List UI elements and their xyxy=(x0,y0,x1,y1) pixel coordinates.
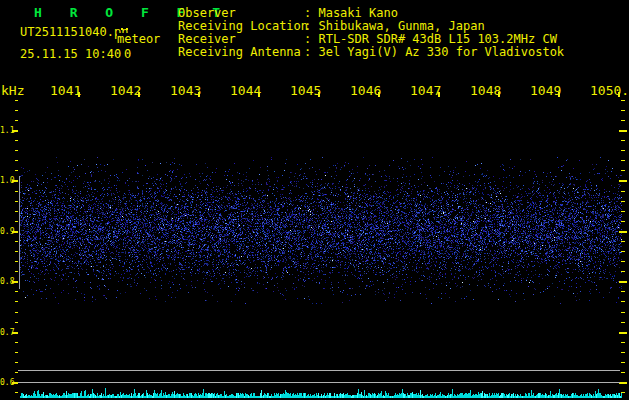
freq-tick-left xyxy=(15,301,18,302)
freq-tick-right xyxy=(621,140,625,141)
x-tick-label-1044: 1044 xyxy=(230,84,261,97)
x-tick-mark xyxy=(198,92,200,97)
echo-count: 0 xyxy=(124,48,131,61)
freq-tick-right xyxy=(621,342,625,343)
x-tick-mark xyxy=(558,92,560,97)
freq-tick-left xyxy=(12,231,18,233)
x-tick-mark xyxy=(78,92,80,97)
x-tick-label-1048: 1048 xyxy=(470,84,501,97)
freq-tick-right xyxy=(621,312,625,313)
info-value: : RTL-SDR SDR# 43dB L15 103.2MHz CW xyxy=(304,32,557,46)
x-tick-label-1041: 1041 xyxy=(50,84,81,97)
freq-tick-left xyxy=(15,322,18,323)
freq-tick-right xyxy=(621,211,625,212)
freq-tick-left xyxy=(15,251,18,252)
freq-tick-right xyxy=(621,170,625,171)
freq-tick-left xyxy=(15,342,18,343)
freq-tick-left xyxy=(15,160,18,161)
freq-tick-right xyxy=(621,201,625,202)
freq-tick-left xyxy=(15,100,18,101)
spectrum-left-edge-line xyxy=(19,176,20,289)
freq-tick-right xyxy=(621,352,625,353)
info-value: : Shibukawa, Gunma, Japan xyxy=(304,19,485,33)
freq-tick-right xyxy=(621,362,625,363)
x-tick-mark xyxy=(318,92,320,97)
freq-tick-right xyxy=(621,191,625,192)
freq-tick-right xyxy=(621,110,625,111)
freq-tick-left xyxy=(15,271,18,272)
x-tick-label-1050.: 1050. xyxy=(590,84,629,97)
freq-tick-left xyxy=(15,140,18,141)
freq-tick-right xyxy=(621,160,625,161)
freq-tick-left xyxy=(15,261,18,262)
freq-tick-left xyxy=(12,180,18,182)
reference-line-lower xyxy=(18,382,620,383)
spectrogram-canvas xyxy=(20,100,622,400)
x-tick-label-1046: 1046 xyxy=(350,84,381,97)
freq-tick-right xyxy=(621,271,625,272)
x-tick-mark xyxy=(138,92,140,97)
freq-tick-right xyxy=(619,130,627,132)
info-label: Receiving Antenna xyxy=(178,46,304,59)
freq-tick-left xyxy=(15,201,18,202)
x-tick-label-1042: 1042 xyxy=(110,84,141,97)
info-value: : Masaki Kano xyxy=(304,6,398,20)
info-value: : 3el Yagi(V) Az 330 for Vladivostok xyxy=(304,45,564,59)
freq-tick-right xyxy=(619,180,627,182)
freq-tick-right xyxy=(619,281,627,283)
freq-tick-right xyxy=(621,221,625,222)
x-tick-mark xyxy=(378,92,380,97)
freq-tick-left xyxy=(15,241,18,242)
freq-tick-right xyxy=(621,372,625,373)
freq-tick-right xyxy=(621,392,625,393)
freq-tick-left xyxy=(15,120,18,121)
x-tick-mark xyxy=(438,92,440,97)
freq-tick-right xyxy=(621,291,625,292)
freq-tick-right xyxy=(621,322,625,323)
x-tick-label-1043: 1043 xyxy=(170,84,201,97)
freq-tick-left xyxy=(15,221,18,222)
freq-tick-right xyxy=(619,382,627,384)
freq-tick-right xyxy=(621,261,625,262)
x-tick-mark xyxy=(258,92,260,97)
freq-tick-left xyxy=(12,332,18,334)
x-tick-mark xyxy=(498,92,500,97)
freq-tick-left xyxy=(12,130,18,132)
freq-tick-left xyxy=(15,110,18,111)
x-tick-label-1047: 1047 xyxy=(410,84,441,97)
y-axis-unit-label: kHz xyxy=(1,84,24,97)
output-filename: UT2511151040.pn xyxy=(20,26,128,39)
freq-tick-left xyxy=(15,352,18,353)
freq-tick-right xyxy=(621,100,625,101)
info-row-3: Receiving Antenna: 3el Yagi(V) Az 330 fo… xyxy=(178,46,564,59)
freq-tick-right xyxy=(619,231,627,233)
freq-tick-left xyxy=(15,362,18,363)
freq-tick-right xyxy=(621,150,625,151)
freq-tick-left xyxy=(15,372,18,373)
freq-tick-left xyxy=(15,191,18,192)
station-id: meteor xyxy=(117,33,160,46)
freq-tick-right xyxy=(619,332,627,334)
observation-datetime: 25.11.15 10:40 xyxy=(20,48,121,61)
freq-tick-left xyxy=(15,150,18,151)
freq-tick-right xyxy=(621,301,625,302)
clipped-glyph-remnant xyxy=(121,28,123,30)
reference-line-upper xyxy=(18,370,620,371)
freq-tick-left xyxy=(12,281,18,283)
hrofft-output-image: H R O F F T UT2511151040.pn meteor 25.11… xyxy=(0,0,629,400)
freq-tick-left xyxy=(15,170,18,171)
freq-tick-right xyxy=(621,241,625,242)
freq-tick-left xyxy=(15,291,18,292)
freq-tick-left xyxy=(15,211,18,212)
freq-tick-right xyxy=(621,120,625,121)
x-tick-label-1049: 1049 xyxy=(530,84,561,97)
x-tick-mark xyxy=(618,92,620,97)
freq-tick-left xyxy=(15,392,18,393)
x-tick-label-1045: 1045 xyxy=(290,84,321,97)
freq-tick-left xyxy=(15,312,18,313)
freq-tick-right xyxy=(621,251,625,252)
